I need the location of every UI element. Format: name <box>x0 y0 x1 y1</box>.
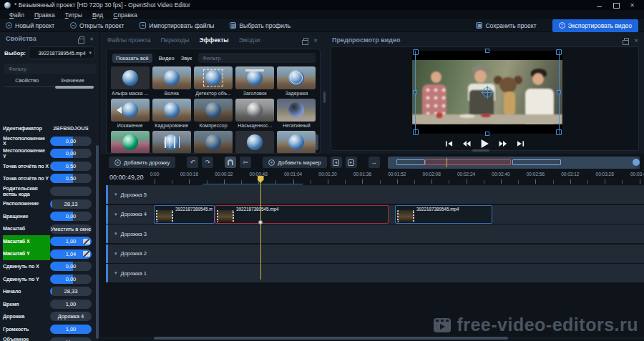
effect-item[interactable]: Негативный <box>277 99 316 129</box>
panel-splitter-handle[interactable] <box>323 92 326 103</box>
property-value-slider[interactable] <box>50 187 92 196</box>
property-row[interactable]: Сдвинуть по X0,00 <box>0 260 99 273</box>
effect-item[interactable]: Заголовок <box>235 66 275 97</box>
effect-item[interactable]: Кадрирование <box>152 99 191 129</box>
column-property[interactable]: Свойство <box>4 77 50 87</box>
property-value-slider[interactable]: 1,00 <box>50 237 92 246</box>
property-row[interactable]: Объемное смешиваниеНет <box>0 335 99 341</box>
property-value-slider[interactable]: 0,50 <box>50 162 92 171</box>
effect-thumbnail[interactable] <box>277 99 316 122</box>
center-playhead-button[interactable]: → <box>369 157 380 168</box>
float-dock-icon[interactable] <box>624 38 629 42</box>
menu-help[interactable]: Справка <box>108 11 142 19</box>
snap-magnet-button[interactable] <box>225 157 236 168</box>
property-row[interactable]: Масштаб X1,00 <box>0 235 99 248</box>
menu-view[interactable]: Вид <box>87 11 108 19</box>
export-video-button[interactable]: ↑ Экспортировать видео <box>552 19 638 32</box>
playhead-line[interactable] <box>260 176 262 280</box>
jump-to-end-button[interactable] <box>517 140 525 147</box>
property-value-slider[interactable]: Уместить в окне <box>50 224 92 234</box>
property-value-slider[interactable]: 28,33 <box>50 287 92 296</box>
effect-thumbnail[interactable] <box>277 66 316 89</box>
effect-item[interactable]: Искажение <box>110 99 150 129</box>
keyframe-icon[interactable] <box>83 239 90 244</box>
property-value-slider[interactable]: 2BFB9DJOUS <box>50 124 92 133</box>
effect-thumbnail[interactable] <box>194 131 233 154</box>
transform-center-handle[interactable] <box>482 87 492 97</box>
effect-item[interactable] <box>235 131 275 154</box>
close-dock-icon[interactable]: ✕ <box>634 38 638 43</box>
effect-thumbnail[interactable] <box>235 66 274 89</box>
transform-handle-top-left[interactable] <box>413 49 419 55</box>
save-project-button[interactable]: ▣ Сохранить проект <box>476 22 536 29</box>
property-value-slider[interactable]: 1,00 <box>50 300 92 309</box>
minimize-button[interactable] <box>596 2 602 9</box>
float-dock-icon[interactable] <box>303 38 308 42</box>
menu-titles[interactable]: Титры <box>60 11 87 19</box>
effect-item[interactable]: Компрессор <box>193 99 233 129</box>
filter-audio[interactable]: Звук <box>181 55 192 61</box>
effects-scrollbar[interactable] <box>316 134 318 150</box>
property-row[interactable]: Расположение28,13 <box>0 197 99 210</box>
timeline-clip[interactable]: 3922187389545.mp4 <box>215 205 389 224</box>
playhead-keyframe-dot[interactable] <box>258 220 263 224</box>
timeline-zoom-slider[interactable] <box>388 157 641 169</box>
open-project-button[interactable]: − Открыть проект <box>70 22 124 29</box>
effect-thumbnail[interactable] <box>152 131 191 154</box>
property-row[interactable]: Время1,00 <box>0 298 99 311</box>
timeline-horizontal-scrollbar[interactable] <box>100 337 644 340</box>
property-value-slider[interactable]: 1,00 <box>50 325 92 334</box>
property-value-slider[interactable]: 0,00 <box>50 137 92 146</box>
tab-effects[interactable]: Эффекты <box>199 36 228 44</box>
property-value-slider[interactable]: 28,13 <box>50 199 92 209</box>
effect-thumbnail[interactable] <box>194 99 233 122</box>
effect-thumbnail[interactable] <box>111 131 150 154</box>
transform-handle-bottom-right[interactable] <box>556 129 562 135</box>
fast-forward-button[interactable] <box>499 140 507 147</box>
track-header[interactable]: ▾Дорожка 3 <box>106 224 154 243</box>
transform-handle-top-right[interactable] <box>556 49 562 55</box>
filter-video[interactable]: Видео <box>159 55 175 61</box>
import-files-button[interactable]: + Импортировать файлы <box>140 22 214 29</box>
add-marker-button[interactable]: + Добавить маркер <box>263 157 326 168</box>
effect-item[interactable]: Альфа маска ... <box>110 66 150 97</box>
previous-marker-button[interactable]: ◂ <box>331 157 342 168</box>
timeline-clip[interactable]: 3922187389545.mp4 <box>154 205 215 224</box>
new-project-button[interactable]: + Новый проект <box>6 22 54 29</box>
property-value-slider[interactable]: 1,04 <box>50 249 92 259</box>
menu-edit[interactable]: Правка <box>29 11 60 19</box>
effect-thumbnail[interactable] <box>152 99 191 122</box>
effect-thumbnail[interactable] <box>194 66 233 89</box>
filter-show-all[interactable]: Показать всё <box>112 54 152 63</box>
effect-item[interactable] <box>152 131 191 154</box>
property-row[interactable]: МасштабУместить в окне <box>0 222 99 235</box>
property-value-slider[interactable]: 0,00 <box>50 212 92 221</box>
effect-thumbnail[interactable] <box>235 99 274 122</box>
transform-handle-right[interactable] <box>557 90 561 94</box>
effect-thumbnail[interactable] <box>277 131 316 154</box>
track-header[interactable]: ▾Дорожка 1 <box>106 264 154 282</box>
effect-item[interactable]: Детектор объ... <box>193 66 233 97</box>
table-horizontal-scrollbar[interactable] <box>55 86 94 89</box>
timeline-splitter-handle[interactable] <box>472 149 489 152</box>
tab-emoji[interactable]: Эмодзи <box>239 36 260 44</box>
razor-tool-button[interactable]: ✂ <box>240 157 251 168</box>
track-header[interactable]: ▾Дорожка 2 <box>106 244 154 263</box>
timeline-ruler[interactable]: 00:00:49,20 0:0000:00:1600:00:3200:00:48… <box>100 171 644 184</box>
properties-scrollbar[interactable] <box>96 145 99 339</box>
timeline-ruler-ticks[interactable]: 0:0000:00:1600:00:3200:00:4800:01:0400:0… <box>155 171 644 184</box>
effect-item[interactable]: Задержка <box>277 66 316 97</box>
effect-item[interactable]: Насыщеннос... <box>235 99 275 129</box>
track-header[interactable]: ▾Дорожка 5 <box>106 185 154 204</box>
selection-dropdown[interactable]: 3922187389545.mp4 ▾ <box>29 46 95 59</box>
property-row[interactable]: Точка отсчёта по X0,50 <box>0 160 99 173</box>
property-row[interactable]: Сдвинуть по Y0,00 <box>0 273 99 286</box>
effect-thumbnail[interactable] <box>111 66 150 89</box>
property-value-slider[interactable]: 0,00 <box>50 262 92 271</box>
timeline-clip[interactable]: 3922187389545.mp4 <box>395 205 492 224</box>
property-value-slider[interactable]: Дорожка 4 <box>50 312 92 321</box>
property-row[interactable]: Громкость1,00 <box>0 323 99 336</box>
menu-file[interactable]: Файл <box>4 11 29 19</box>
effect-item[interactable] <box>277 131 316 154</box>
tab-project-files[interactable]: Файлы проекта <box>107 36 151 44</box>
